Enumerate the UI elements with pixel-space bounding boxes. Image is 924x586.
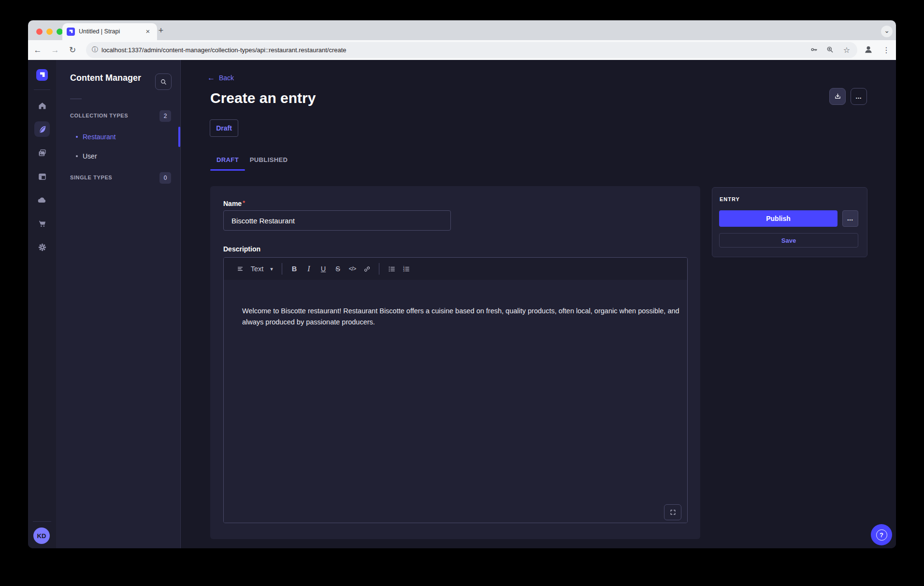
description-text: Welcome to Biscotte restaurant! Restaura… [242,306,688,328]
traffic-light-minimize[interactable] [46,29,53,35]
single-types-count-badge: 0 [159,172,171,184]
cart-icon [37,219,47,229]
forward-nav-icon[interactable]: → [49,44,61,57]
sidebar-item-media-library[interactable] [32,143,52,162]
toolbar-separator [282,263,282,275]
back-label: Back [219,74,234,82]
bullet-icon [76,136,78,138]
chevron-down-icon[interactable]: ▾ [266,262,277,276]
align-left-icon[interactable] [233,262,248,276]
screenshot: Untitled | Strapi × + ⌄ ← → ↻ ⓘ localhos… [0,0,924,586]
code-button[interactable]: </> [345,262,360,276]
entry-more-button[interactable]: … [842,210,858,227]
browser-toolbar: ← → ↻ ⓘ localhost:1337/admin/content-man… [28,40,896,60]
rail-divider [34,89,50,90]
version-tabs: DRAFT PUBLISHED [210,150,292,169]
media-library-icon [37,148,47,158]
download-icon [834,92,842,101]
save-button[interactable]: Save [719,233,858,248]
zoom-page-icon[interactable] [825,45,836,56]
text-style-select[interactable]: Text [248,262,266,276]
sidebar-item-home[interactable] [32,96,52,115]
url-bar[interactable]: ⓘ localhost:1337/admin/content-manager/c… [86,42,857,58]
main-content: ← Back … Create an entry Draft DRAFT PUB… [180,60,896,548]
status-badge: Draft [210,119,238,137]
sidebar-item-user[interactable]: User [76,151,97,161]
description-editor: Text ▾ B I U S </> [223,257,688,523]
sidebar-item-deploy-cloud[interactable] [32,190,52,210]
svg-text:3: 3 [403,270,404,272]
page-title: Create an entry [210,90,316,106]
icon-rail: KD [28,60,57,548]
numbered-list-icon: 123 [402,265,410,273]
new-tab-button[interactable]: + [156,26,166,36]
nav-item-label: User [83,152,97,160]
italic-button[interactable]: I [302,262,316,276]
browser-tab[interactable]: Untitled | Strapi × [62,23,157,40]
browser-tabstrip: Untitled | Strapi × + ⌄ [28,20,896,40]
rail-bottom-divider [33,521,51,522]
link-icon [363,265,371,273]
section-label-single-types: SINGLE TYPES [70,175,112,180]
expand-editor-button[interactable] [664,504,681,520]
browser-window: Untitled | Strapi × + ⌄ ← → ↻ ⓘ localhos… [28,20,896,548]
content-manager-panel: Content Manager COLLECTION TYPES 2 Resta… [56,60,181,548]
bold-button[interactable]: B [287,262,302,276]
name-field-label: Name* [223,200,245,207]
browser-menu-icon[interactable]: ⋮ [880,44,893,57]
panel-divider [70,99,82,99]
site-info-icon[interactable]: ⓘ [92,45,98,54]
help-icon: ? [876,529,887,541]
sidebar-item-restaurant[interactable]: Restaurant [76,132,116,142]
expand-icon [669,509,677,516]
home-icon [37,101,47,111]
bullet-list-button[interactable] [384,262,399,276]
traffic-light-close[interactable] [36,29,43,35]
sidebar-item-content-type-builder[interactable] [32,167,52,186]
strapi-favicon-icon [67,28,75,36]
back-arrow-icon: ← [207,73,215,82]
rte-content-area[interactable]: Welcome to Biscotte restaurant! Restaura… [224,280,687,523]
name-input[interactable] [223,210,451,231]
password-key-icon[interactable] [809,45,820,56]
search-button[interactable] [155,73,172,90]
bookmark-star-icon[interactable]: ☆ [841,45,852,56]
back-nav-icon[interactable]: ← [31,44,44,57]
nav-item-label: Restaurant [83,133,116,141]
gear-icon [37,242,47,252]
layout-icon [37,172,47,182]
entry-panel-title: ENTRY [720,196,740,202]
sidebar-item-marketplace[interactable] [32,214,52,233]
tab-close-icon[interactable]: × [143,26,153,37]
active-tab-underline [210,169,245,171]
header-more-button[interactable]: … [851,88,867,105]
back-link[interactable]: ← Back [207,73,234,82]
entry-panel: ENTRY Publish … Save [712,187,867,257]
strapi-app: KD Content Manager COLLECTION TYPES 2 Re… [28,60,896,548]
strikethrough-button[interactable]: S [331,262,345,276]
required-asterisk: * [243,200,245,206]
reload-icon[interactable]: ↻ [66,44,79,57]
bullet-list-icon [388,265,396,273]
underline-button[interactable]: U [316,262,331,276]
section-label-collection-types: COLLECTION TYPES [70,113,128,118]
rte-toolbar: Text ▾ B I U S </> [224,258,687,280]
panel-title: Content Manager [70,73,141,83]
help-button[interactable]: ? [871,524,892,545]
publish-button[interactable]: Publish [719,210,837,227]
tab-draft[interactable]: DRAFT [210,150,245,169]
url-text: localhost:1337/admin/content-manager/col… [101,46,346,54]
feather-icon [37,124,47,134]
sidebar-item-settings[interactable] [32,237,52,257]
entry-form-card: Name* Description Text ▾ B I [210,186,700,539]
user-avatar[interactable]: KD [33,527,50,544]
profile-icon[interactable] [863,44,875,56]
collection-types-count-badge: 2 [159,110,171,122]
tab-search-chevron-icon[interactable]: ⌄ [881,26,893,37]
export-button[interactable] [829,88,846,105]
sidebar-item-content-manager[interactable] [34,121,50,137]
link-button[interactable] [360,262,374,276]
tab-published[interactable]: PUBLISHED [245,150,292,169]
description-field-label: Description [223,245,260,253]
numbered-list-button[interactable]: 123 [399,262,413,276]
